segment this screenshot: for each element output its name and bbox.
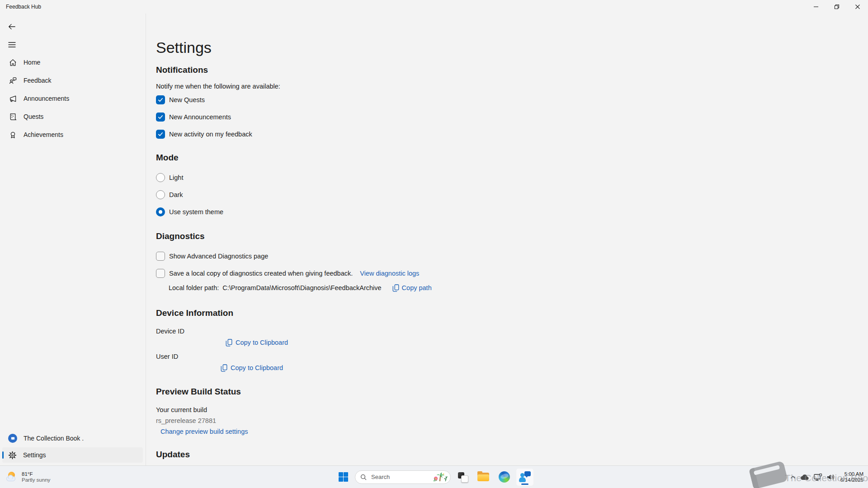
radio-unselected-icon[interactable] [156, 173, 165, 182]
sidebar-item-settings[interactable]: Settings [2, 447, 143, 463]
speaker-icon [826, 474, 835, 481]
checkbox-label: New Quests [169, 96, 205, 103]
start-button[interactable] [334, 468, 352, 486]
feedback-icon [8, 76, 17, 85]
sidebar-item-label: Quests [24, 113, 43, 120]
radio-light[interactable]: Light [156, 172, 850, 183]
local-folder-path-row: Local folder path: C:\ProgramData\Micros… [169, 283, 850, 292]
titlebar: Feedback Hub [0, 0, 868, 14]
radio-dark[interactable]: Dark [156, 189, 850, 200]
sidebar-item-achievements[interactable]: Achievements [0, 126, 146, 144]
current-build-value: rs_prerelease 27881 [156, 416, 850, 425]
local-folder-path-value: C:\ProgramData\Microsoft\Diagnosis\Feedb… [222, 284, 381, 291]
diagnostics-heading: Diagnostics [156, 231, 850, 242]
copy-path-button[interactable]: Copy path [392, 284, 432, 292]
taskbar-clock[interactable]: 5:00 AM 6/14/2025 [840, 471, 863, 483]
edge-button[interactable] [495, 468, 513, 486]
selected-indicator [2, 451, 4, 459]
windows-logo-icon [339, 472, 348, 482]
feedback-hub-window: Feedback Hub [0, 0, 868, 488]
sidebar-item-announcements[interactable]: Announcements [0, 89, 146, 108]
sidebar-bottom: The Collection Book . Settings [2, 430, 143, 463]
checkbox-save-local-diagnostics[interactable]: Save a local copy of diagnostics created… [156, 268, 850, 279]
radio-unselected-icon[interactable] [156, 190, 165, 199]
copy-path-label: Copy path [402, 284, 432, 291]
sidebar-item-home[interactable]: Home [0, 53, 146, 71]
sidebar: Home Feedback Announcements Quests [0, 14, 146, 465]
hidden-icons-button[interactable] [790, 474, 796, 480]
sidebar-item-label: Announcements [24, 95, 69, 102]
radio-selected-icon[interactable] [156, 207, 165, 216]
restore-button[interactable] [826, 0, 847, 14]
window-title: Feedback Hub [0, 4, 41, 10]
copy-icon [221, 364, 227, 372]
search-input[interactable] [370, 473, 426, 481]
close-button[interactable] [847, 0, 868, 14]
mode-heading: Mode [156, 152, 850, 163]
checkbox-unchecked-icon[interactable] [156, 269, 165, 278]
sidebar-item-label: The Collection Book . [24, 435, 84, 442]
checkbox-new-quests[interactable]: New Quests [156, 94, 850, 105]
feedback-hub-icon [519, 471, 531, 483]
feedback-hub-taskbar-button[interactable] [516, 468, 534, 486]
restore-icon [834, 4, 840, 9]
onedrive-tray-button[interactable] [800, 474, 809, 480]
home-icon [8, 58, 17, 67]
radio-label: Use system theme [169, 208, 223, 216]
sidebar-nav: Home Feedback Announcements Quests [0, 53, 146, 144]
back-button[interactable] [4, 20, 20, 33]
quest-scroll-icon [8, 112, 17, 121]
radio-system-theme[interactable]: Use system theme [156, 206, 850, 217]
radio-label: Dark [169, 191, 183, 198]
copy-device-id-button[interactable]: Copy to Clipboard [226, 338, 850, 347]
task-view-button[interactable] [453, 468, 472, 486]
partly-sunny-icon [5, 471, 18, 483]
system-tray: 5:00 AM 6/14/2025 [790, 466, 863, 488]
user-id-label: User ID [156, 352, 850, 361]
change-preview-build-settings-link[interactable]: Change preview build settings [160, 428, 248, 435]
monitor-icon [813, 473, 822, 481]
volume-tray-button[interactable] [826, 474, 835, 481]
display-tray-button[interactable] [813, 473, 822, 481]
device-information-heading: Device Information [156, 308, 850, 319]
weather-temp: 81°F [22, 471, 50, 477]
search-highlight-image[interactable] [432, 471, 449, 483]
sidebar-item-collection-book[interactable]: The Collection Book . [2, 430, 143, 446]
checkbox-new-activity[interactable]: New activity on my feedback [156, 129, 850, 140]
back-arrow-icon [8, 23, 16, 31]
checkbox-checked-icon[interactable] [156, 130, 165, 139]
checkbox-label: Save a local copy of diagnostics created… [169, 270, 353, 277]
checkbox-checked-icon[interactable] [156, 95, 165, 104]
device-id-label: Device ID [156, 327, 850, 336]
checkbox-label: New activity on my feedback [169, 131, 252, 138]
gear-icon [8, 451, 17, 460]
weather-widget[interactable]: 81°F Partly sunny [5, 466, 50, 488]
active-app-indicator [521, 483, 528, 485]
checkbox-show-advanced-diagnostics[interactable]: Show Advanced Diagnostics page [156, 251, 850, 262]
checkbox-new-announcements[interactable]: New Announcements [156, 112, 850, 122]
sidebar-item-label: Home [24, 59, 40, 66]
notifications-heading: Notifications [156, 65, 850, 75]
file-explorer-button[interactable] [474, 468, 492, 486]
hamburger-icon [8, 42, 16, 48]
cloud-icon [800, 474, 809, 480]
weather-condition: Partly sunny [22, 477, 50, 483]
checkbox-label: New Announcements [169, 113, 231, 121]
menu-button[interactable] [4, 38, 20, 52]
clock-time: 5:00 AM [840, 471, 863, 477]
checkbox-unchecked-icon[interactable] [156, 252, 165, 261]
view-diagnostic-logs-link[interactable]: View diagnostic logs [360, 270, 419, 277]
minimize-button[interactable] [806, 0, 826, 14]
checkbox-checked-icon[interactable] [156, 113, 165, 122]
copy-to-clipboard-label: Copy to Clipboard [231, 364, 283, 371]
sidebar-item-label: Achievements [24, 131, 63, 138]
sidebar-item-label: Settings [23, 451, 46, 459]
taskbar-search[interactable] [355, 470, 451, 484]
taskbar: 81°F Partly sunny [0, 465, 868, 488]
clock-date: 6/14/2025 [840, 477, 863, 483]
sidebar-item-quests[interactable]: Quests [0, 108, 146, 126]
copy-user-id-button[interactable]: Copy to Clipboard [221, 363, 850, 373]
copy-icon [392, 284, 399, 292]
sidebar-item-feedback[interactable]: Feedback [0, 71, 146, 89]
collection-book-icon [8, 434, 17, 443]
